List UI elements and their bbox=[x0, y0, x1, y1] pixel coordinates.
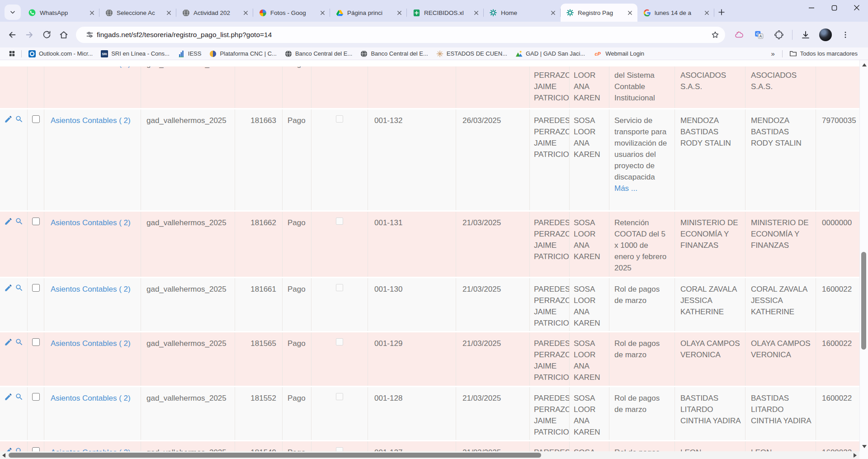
spreadsheet-icon bbox=[412, 9, 420, 17]
all-bookmarks-button[interactable]: Todos los marcadores bbox=[785, 49, 862, 58]
browser-tab-2[interactable]: Seleccione Ac bbox=[99, 4, 176, 22]
view-button[interactable] bbox=[15, 283, 24, 292]
tab-close-button[interactable] bbox=[395, 9, 403, 17]
horizontal-scroll-thumb[interactable] bbox=[9, 453, 541, 458]
row-checkbox[interactable] bbox=[32, 338, 40, 346]
asientos-contables-link[interactable]: Asientos Contables ( 2) bbox=[51, 116, 131, 125]
asientos-contables-link[interactable]: Asientos Contables ( 2) bbox=[51, 448, 131, 451]
bookmark-item-7[interactable]: ESTADOS DE CUEN... bbox=[432, 49, 511, 58]
bookmark-item-5[interactable]: Banco Central del E... bbox=[281, 49, 356, 58]
back-button[interactable] bbox=[4, 26, 21, 43]
scroll-left-arrow-icon[interactable] bbox=[2, 453, 5, 458]
browser-tab-9[interactable]: lunes 14 de a bbox=[637, 4, 714, 22]
edit-button[interactable] bbox=[4, 392, 13, 401]
tab-close-button[interactable] bbox=[549, 9, 557, 17]
home-button[interactable] bbox=[55, 26, 72, 43]
new-tab-button[interactable] bbox=[717, 5, 731, 19]
edit-button[interactable] bbox=[4, 114, 13, 123]
vertical-scrollbar[interactable] bbox=[859, 60, 868, 451]
view-button[interactable] bbox=[15, 392, 24, 401]
schema-cell: gad_vallehermos_2025 bbox=[141, 109, 235, 210]
aprobado-cell: SOSA LOOR ANA KAREN bbox=[570, 387, 609, 440]
row-actions-cell bbox=[0, 212, 28, 277]
beneficiario2-cell: OLAYA CAMPOS VERONICA bbox=[745, 332, 816, 386]
view-button[interactable] bbox=[15, 114, 24, 123]
extensions-button[interactable] bbox=[770, 26, 788, 43]
bookmark-star-button[interactable] bbox=[708, 28, 722, 42]
edit-button[interactable] bbox=[4, 217, 13, 226]
asientos-contables-link[interactable]: Asientos Contables ( 2) bbox=[51, 285, 131, 293]
bookmark-item-9[interactable]: cPWebmail Login bbox=[589, 49, 648, 58]
asientos-contables-link[interactable]: Asientos Contables ( 2) bbox=[51, 394, 131, 402]
tab-close-button[interactable] bbox=[241, 9, 250, 17]
row-checkbox[interactable] bbox=[32, 284, 40, 292]
documento-cell: 001-132 bbox=[368, 109, 456, 210]
browser-tab-8[interactable]: Registro Pag bbox=[561, 4, 637, 22]
google-drive-icon bbox=[335, 9, 344, 17]
edit-button[interactable] bbox=[4, 337, 13, 346]
more-link[interactable]: Más ... bbox=[614, 183, 669, 194]
browser-menu-button[interactable] bbox=[837, 26, 854, 43]
id-cell: 181565 bbox=[235, 332, 283, 386]
address-bar[interactable]: fingads.net/sf2/tesoreria/registro_pago_… bbox=[76, 27, 725, 43]
view-button[interactable] bbox=[15, 217, 24, 226]
asientos-contables-link[interactable]: Asientos Contables ( 2) bbox=[51, 66, 131, 68]
scroll-right-arrow-icon[interactable] bbox=[854, 453, 857, 458]
tab-close-button[interactable] bbox=[88, 9, 96, 17]
horizontal-scrollbar[interactable] bbox=[0, 451, 859, 459]
bookmarks-overflow-chevron[interactable]: » bbox=[766, 50, 779, 57]
tab-close-button[interactable] bbox=[318, 9, 326, 17]
edit-button[interactable] bbox=[4, 283, 13, 292]
tab-close-button[interactable] bbox=[703, 9, 711, 17]
browser-tab-3[interactable]: Actividad 202 bbox=[176, 4, 253, 22]
bookmark-label: Banco Central del E... bbox=[295, 50, 352, 57]
tab-close-button[interactable] bbox=[472, 9, 480, 17]
view-button[interactable] bbox=[15, 337, 24, 346]
asientos-contables-link[interactable]: Asientos Contables ( 2) bbox=[51, 218, 131, 227]
tab-close-button[interactable] bbox=[165, 9, 173, 17]
downloads-button[interactable] bbox=[797, 26, 814, 43]
bookmarks-separator bbox=[782, 50, 783, 57]
bookmark-item-3[interactable]: IESS bbox=[174, 49, 206, 58]
bookmark-item-4[interactable]: Plataforma CNC | C... bbox=[205, 49, 280, 58]
maximize-button[interactable] bbox=[823, 0, 845, 15]
browser-tab-1[interactable]: WhatsApp bbox=[23, 4, 99, 22]
browser-tab-5[interactable]: Página princi bbox=[330, 4, 407, 22]
close-window-button[interactable] bbox=[845, 0, 868, 15]
tab-close-button[interactable] bbox=[626, 9, 634, 17]
close-icon bbox=[396, 10, 402, 16]
profile-button[interactable] bbox=[817, 26, 834, 43]
minimize-button[interactable] bbox=[800, 0, 823, 15]
scroll-down-arrow-icon[interactable] bbox=[862, 445, 867, 448]
scroll-up-arrow-icon[interactable] bbox=[862, 63, 867, 66]
scrollbar-corner bbox=[859, 451, 868, 459]
bookmark-item-6[interactable]: Banco Central del E... bbox=[356, 49, 432, 58]
folder-icon bbox=[789, 50, 797, 57]
asientos-contables-link[interactable]: Asientos Contables ( 2) bbox=[51, 339, 131, 348]
row-checkbox[interactable] bbox=[32, 447, 40, 451]
reload-button[interactable] bbox=[38, 26, 55, 43]
bookmark-item-2[interactable]: SRiSRI en Línea - Cons... bbox=[97, 49, 174, 58]
tab-search-button[interactable] bbox=[5, 5, 21, 20]
forward-button[interactable] bbox=[21, 26, 38, 43]
cloud-extension-button[interactable] bbox=[731, 26, 748, 43]
row-checkbox[interactable] bbox=[32, 393, 40, 401]
view-button[interactable] bbox=[15, 446, 24, 451]
row-checkbox[interactable] bbox=[32, 218, 40, 225]
browser-tab-7[interactable]: Home bbox=[484, 4, 561, 22]
google-translate-button[interactable]: GA bbox=[750, 26, 768, 43]
close-icon bbox=[166, 10, 172, 16]
view-button[interactable] bbox=[15, 66, 24, 67]
bookmark-item-1[interactable]: Outlook.com - Micr... bbox=[24, 49, 97, 58]
row-checkbox[interactable] bbox=[32, 115, 40, 123]
bookmark-item-8[interactable]: GAD | GAD San Jaci... bbox=[511, 49, 589, 58]
site-info-button[interactable] bbox=[82, 28, 97, 42]
vertical-scroll-thumb[interactable] bbox=[861, 252, 866, 350]
browser-tab-4[interactable]: Fotos - Goog bbox=[253, 4, 330, 22]
browser-tab-6[interactable]: RECIBIDOS.xl bbox=[407, 4, 484, 22]
url-text[interactable]: fingads.net/sf2/tesoreria/registro_pago_… bbox=[97, 31, 708, 39]
apps-grid-button[interactable] bbox=[5, 49, 19, 58]
edit-button[interactable] bbox=[4, 446, 13, 451]
tipo-cell: Pago bbox=[283, 278, 311, 331]
edit-button[interactable] bbox=[4, 66, 13, 67]
